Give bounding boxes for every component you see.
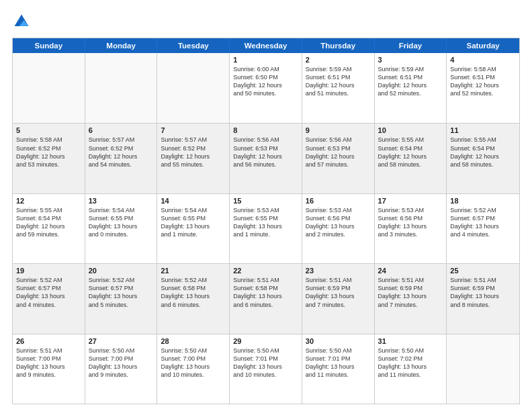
day-number: 30 (306, 337, 371, 345)
cell-info: Sunrise: 5:52 AM Sunset: 6:58 PM Dayligh… (161, 276, 226, 309)
calendar-cell: 3Sunrise: 5:59 AM Sunset: 6:51 PM Daylig… (375, 53, 447, 123)
logo (12, 12, 34, 31)
day-number: 24 (378, 267, 443, 275)
page-header (12, 12, 520, 31)
day-number: 8 (233, 126, 298, 134)
calendar-cell: 25Sunrise: 5:51 AM Sunset: 6:59 PM Dayli… (447, 264, 519, 333)
calendar-cell: 22Sunrise: 5:51 AM Sunset: 6:58 PM Dayli… (230, 264, 302, 333)
calendar-cell: 19Sunrise: 5:52 AM Sunset: 6:57 PM Dayli… (13, 264, 85, 333)
calendar-cell: 11Sunrise: 5:55 AM Sunset: 6:54 PM Dayli… (447, 124, 519, 193)
cell-info: Sunrise: 5:54 AM Sunset: 6:55 PM Dayligh… (161, 206, 226, 239)
calendar-cell: 12Sunrise: 5:55 AM Sunset: 6:54 PM Dayli… (13, 194, 85, 263)
calendar-cell (157, 53, 230, 123)
cell-info: Sunrise: 5:59 AM Sunset: 6:51 PM Dayligh… (306, 65, 371, 98)
day-number: 19 (16, 267, 81, 275)
cell-info: Sunrise: 5:52 AM Sunset: 6:57 PM Dayligh… (16, 276, 81, 309)
day-number: 23 (306, 267, 371, 275)
cell-info: Sunrise: 5:57 AM Sunset: 6:52 PM Dayligh… (89, 136, 154, 169)
calendar-cell: 17Sunrise: 5:53 AM Sunset: 6:56 PM Dayli… (375, 194, 447, 263)
weekday-header-tuesday: Tuesday (157, 38, 230, 53)
calendar-cell: 4Sunrise: 5:58 AM Sunset: 6:51 PM Daylig… (447, 53, 519, 123)
day-number: 3 (378, 56, 443, 64)
day-number: 18 (450, 197, 516, 205)
cell-info: Sunrise: 6:00 AM Sunset: 6:50 PM Dayligh… (233, 65, 298, 98)
day-number: 20 (89, 267, 154, 275)
cell-info: Sunrise: 5:59 AM Sunset: 6:51 PM Dayligh… (378, 65, 443, 98)
calendar: SundayMondayTuesdayWednesdayThursdayFrid… (12, 38, 520, 404)
weekday-header-sunday: Sunday (13, 38, 85, 53)
calendar-cell: 10Sunrise: 5:55 AM Sunset: 6:54 PM Dayli… (375, 124, 447, 193)
cell-info: Sunrise: 5:50 AM Sunset: 7:01 PM Dayligh… (306, 347, 371, 379)
day-number: 4 (450, 56, 516, 64)
calendar-cell: 8Sunrise: 5:56 AM Sunset: 6:53 PM Daylig… (230, 124, 302, 193)
cell-info: Sunrise: 5:50 AM Sunset: 7:01 PM Dayligh… (233, 347, 298, 379)
calendar-cell: 6Sunrise: 5:57 AM Sunset: 6:52 PM Daylig… (85, 124, 158, 193)
calendar-cell: 16Sunrise: 5:53 AM Sunset: 6:56 PM Dayli… (302, 194, 375, 263)
day-number: 17 (378, 197, 443, 205)
cell-info: Sunrise: 5:51 AM Sunset: 7:00 PM Dayligh… (16, 347, 81, 379)
calendar-cell: 23Sunrise: 5:51 AM Sunset: 6:59 PM Dayli… (302, 264, 375, 333)
cell-info: Sunrise: 5:50 AM Sunset: 7:00 PM Dayligh… (161, 347, 226, 379)
day-number: 21 (161, 267, 226, 275)
calendar-body: 1Sunrise: 6:00 AM Sunset: 6:50 PM Daylig… (13, 53, 519, 404)
calendar-cell: 28Sunrise: 5:50 AM Sunset: 7:00 PM Dayli… (157, 334, 230, 404)
calendar-cell: 2Sunrise: 5:59 AM Sunset: 6:51 PM Daylig… (302, 53, 375, 123)
calendar-cell: 9Sunrise: 5:56 AM Sunset: 6:53 PM Daylig… (302, 124, 375, 193)
calendar-cell: 29Sunrise: 5:50 AM Sunset: 7:01 PM Dayli… (230, 334, 302, 404)
weekday-header-wednesday: Wednesday (230, 38, 302, 53)
calendar-cell: 26Sunrise: 5:51 AM Sunset: 7:00 PM Dayli… (13, 334, 85, 404)
weekday-header-thursday: Thursday (302, 38, 375, 53)
calendar-cell: 18Sunrise: 5:52 AM Sunset: 6:57 PM Dayli… (447, 194, 519, 263)
day-number: 7 (161, 126, 226, 134)
day-number: 9 (306, 126, 371, 134)
day-number: 15 (233, 197, 298, 205)
cell-info: Sunrise: 5:58 AM Sunset: 6:52 PM Dayligh… (16, 136, 81, 169)
day-number: 5 (16, 126, 81, 134)
day-number: 28 (161, 337, 226, 345)
weekday-header-saturday: Saturday (447, 38, 519, 53)
cell-info: Sunrise: 5:51 AM Sunset: 6:59 PM Dayligh… (450, 276, 516, 309)
cell-info: Sunrise: 5:50 AM Sunset: 7:02 PM Dayligh… (378, 347, 443, 379)
cell-info: Sunrise: 5:51 AM Sunset: 6:59 PM Dayligh… (306, 276, 371, 309)
calendar-cell: 21Sunrise: 5:52 AM Sunset: 6:58 PM Dayli… (157, 264, 230, 333)
calendar-cell: 1Sunrise: 6:00 AM Sunset: 6:50 PM Daylig… (230, 53, 302, 123)
cell-info: Sunrise: 5:54 AM Sunset: 6:55 PM Dayligh… (89, 206, 154, 239)
calendar-cell: 20Sunrise: 5:52 AM Sunset: 6:57 PM Dayli… (85, 264, 158, 333)
day-number: 22 (233, 267, 298, 275)
calendar-cell: 30Sunrise: 5:50 AM Sunset: 7:01 PM Dayli… (302, 334, 375, 404)
cell-info: Sunrise: 5:56 AM Sunset: 6:53 PM Dayligh… (306, 136, 371, 169)
cell-info: Sunrise: 5:55 AM Sunset: 6:54 PM Dayligh… (450, 136, 516, 169)
cell-info: Sunrise: 5:57 AM Sunset: 6:52 PM Dayligh… (161, 136, 226, 169)
day-number: 1 (233, 56, 298, 64)
calendar-cell (13, 53, 85, 123)
cell-info: Sunrise: 5:53 AM Sunset: 6:55 PM Dayligh… (233, 206, 298, 239)
cell-info: Sunrise: 5:52 AM Sunset: 6:57 PM Dayligh… (450, 206, 516, 239)
weekday-header-friday: Friday (375, 38, 447, 53)
cell-info: Sunrise: 5:55 AM Sunset: 6:54 PM Dayligh… (16, 206, 81, 239)
logo-icon (12, 12, 31, 31)
calendar-cell: 14Sunrise: 5:54 AM Sunset: 6:55 PM Dayli… (157, 194, 230, 263)
cell-info: Sunrise: 5:58 AM Sunset: 6:51 PM Dayligh… (450, 65, 516, 98)
cell-info: Sunrise: 5:53 AM Sunset: 6:56 PM Dayligh… (306, 206, 371, 239)
calendar-cell: 7Sunrise: 5:57 AM Sunset: 6:52 PM Daylig… (157, 124, 230, 193)
calendar-row: 19Sunrise: 5:52 AM Sunset: 6:57 PM Dayli… (13, 263, 519, 333)
day-number: 16 (306, 197, 371, 205)
calendar-row: 5Sunrise: 5:58 AM Sunset: 6:52 PM Daylig… (13, 123, 519, 193)
day-number: 11 (450, 126, 516, 134)
calendar-cell: 13Sunrise: 5:54 AM Sunset: 6:55 PM Dayli… (85, 194, 158, 263)
day-number: 31 (378, 337, 443, 345)
calendar-cell: 5Sunrise: 5:58 AM Sunset: 6:52 PM Daylig… (13, 124, 85, 193)
cell-info: Sunrise: 5:56 AM Sunset: 6:53 PM Dayligh… (233, 136, 298, 169)
cell-info: Sunrise: 5:55 AM Sunset: 6:54 PM Dayligh… (378, 136, 443, 169)
day-number: 29 (233, 337, 298, 345)
day-number: 27 (89, 337, 154, 345)
cell-info: Sunrise: 5:52 AM Sunset: 6:57 PM Dayligh… (89, 276, 154, 309)
calendar-row: 12Sunrise: 5:55 AM Sunset: 6:54 PM Dayli… (13, 193, 519, 263)
day-number: 2 (306, 56, 371, 64)
weekday-header-monday: Monday (85, 38, 158, 53)
calendar-cell (85, 53, 158, 123)
cell-info: Sunrise: 5:51 AM Sunset: 6:59 PM Dayligh… (378, 276, 443, 309)
cell-info: Sunrise: 5:53 AM Sunset: 6:56 PM Dayligh… (378, 206, 443, 239)
calendar-cell: 24Sunrise: 5:51 AM Sunset: 6:59 PM Dayli… (375, 264, 447, 333)
day-number: 13 (89, 197, 154, 205)
